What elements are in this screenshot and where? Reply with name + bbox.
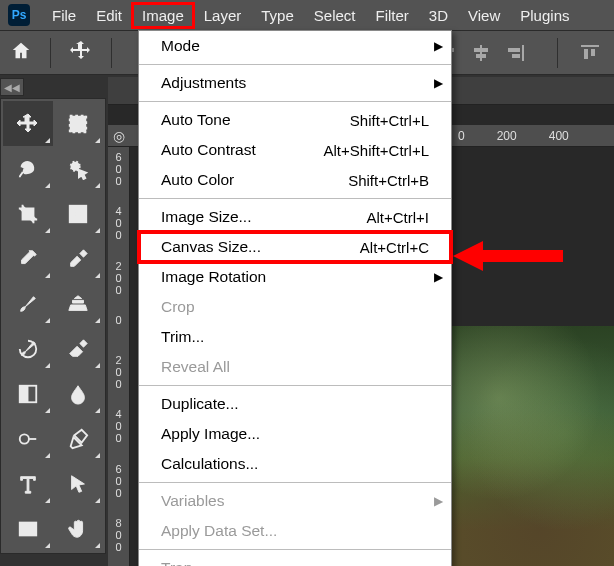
- align-top-button[interactable]: [576, 41, 604, 65]
- svg-rect-10: [584, 49, 588, 59]
- ps-logo-text: Ps: [12, 8, 27, 22]
- menu-item-trim[interactable]: Trim...: [139, 322, 451, 352]
- menu-3d[interactable]: 3D: [419, 3, 458, 28]
- menu-item-image-size[interactable]: Image Size...Alt+Ctrl+I: [139, 202, 451, 232]
- svg-marker-19: [453, 241, 563, 271]
- menu-separator: [139, 385, 451, 386]
- menu-view[interactable]: View: [458, 3, 510, 28]
- svg-rect-4: [474, 48, 488, 52]
- menu-item-reveal-all: Reveal All: [139, 352, 451, 382]
- menu-item-image-rotation[interactable]: Image Rotation▶: [139, 262, 451, 292]
- dodge-tool[interactable]: [3, 416, 53, 461]
- ruler-tick: 600: [115, 463, 121, 499]
- clone-stamp-tool[interactable]: [53, 281, 103, 326]
- marquee-tool[interactable]: [53, 101, 103, 146]
- menu-edit[interactable]: Edit: [86, 3, 132, 28]
- eraser-tool[interactable]: [53, 326, 103, 371]
- menu-item-apply-data-set: Apply Data Set...: [139, 516, 451, 546]
- document-image[interactable]: [449, 326, 614, 566]
- menu-separator: [139, 101, 451, 102]
- align-right-button[interactable]: [501, 41, 529, 65]
- path-selection-tool[interactable]: [53, 461, 103, 506]
- submenu-arrow-icon: ▶: [434, 494, 443, 508]
- menu-plugins[interactable]: Plugins: [510, 3, 579, 28]
- menu-item-crop: Crop: [139, 292, 451, 322]
- menu-item-variables: Variables▶: [139, 486, 451, 516]
- svg-point-17: [20, 434, 29, 443]
- gradient-tool[interactable]: [3, 371, 53, 416]
- home-button[interactable]: [10, 40, 32, 65]
- move-tool-indicator[interactable]: [69, 39, 93, 66]
- menu-item-mode[interactable]: Mode▶: [139, 31, 451, 61]
- menu-image[interactable]: Image: [132, 3, 194, 28]
- blur-tool[interactable]: [53, 371, 103, 416]
- healing-brush-tool[interactable]: [53, 236, 103, 281]
- menu-type[interactable]: Type: [251, 3, 304, 28]
- hand-tool[interactable]: [53, 506, 103, 551]
- svg-rect-5: [476, 54, 486, 58]
- menu-item-duplicate[interactable]: Duplicate...: [139, 389, 451, 419]
- separator: [50, 38, 51, 68]
- menu-item-trap: Trap...: [139, 553, 451, 566]
- submenu-arrow-icon: ▶: [434, 39, 443, 53]
- ruler-tick: 0: [458, 129, 465, 143]
- move-tool[interactable]: [3, 101, 53, 146]
- frame-tool[interactable]: [53, 191, 103, 236]
- ps-logo: Ps: [8, 4, 30, 26]
- panel-collapse-handle[interactable]: ◀◀: [0, 78, 24, 96]
- ruler-tick: 0: [115, 314, 121, 326]
- menu-select[interactable]: Select: [304, 3, 366, 28]
- tools-panel: [0, 98, 106, 554]
- menu-separator: [139, 549, 451, 550]
- submenu-arrow-icon: ▶: [434, 270, 443, 284]
- menu-item-adjustments[interactable]: Adjustments▶: [139, 68, 451, 98]
- svg-rect-9: [581, 45, 599, 47]
- ruler-tick: 600: [115, 151, 121, 187]
- menu-layer[interactable]: Layer: [194, 3, 252, 28]
- separator: [111, 38, 112, 68]
- quick-selection-tool[interactable]: [53, 146, 103, 191]
- separator: [557, 38, 558, 68]
- menu-item-apply-image[interactable]: Apply Image...: [139, 419, 451, 449]
- align-center-h-button[interactable]: [467, 41, 495, 65]
- menu-item-auto-tone[interactable]: Auto ToneShift+Ctrl+L: [139, 105, 451, 135]
- menu-item-calculations[interactable]: Calculations...: [139, 449, 451, 479]
- svg-rect-7: [508, 48, 520, 52]
- svg-rect-12: [70, 115, 87, 132]
- svg-rect-8: [512, 54, 520, 58]
- ruler-origin[interactable]: ◎: [108, 125, 130, 147]
- svg-rect-18: [20, 522, 37, 535]
- ruler-tick: 200: [497, 129, 517, 143]
- menu-file[interactable]: File: [42, 3, 86, 28]
- annotation-arrow-icon: [453, 236, 563, 276]
- svg-rect-11: [591, 49, 595, 56]
- crop-tool[interactable]: [3, 191, 53, 236]
- menubar: Ps File Edit Image Layer Type Select Fil…: [0, 0, 614, 30]
- ruler-tick: 800: [115, 517, 121, 553]
- image-menu-dropdown: Mode▶ Adjustments▶ Auto ToneShift+Ctrl+L…: [138, 30, 452, 566]
- svg-rect-6: [522, 45, 524, 61]
- submenu-arrow-icon: ▶: [434, 76, 443, 90]
- menu-item-canvas-size[interactable]: Canvas Size...Alt+Ctrl+C: [139, 232, 451, 262]
- rectangle-tool[interactable]: [3, 506, 53, 551]
- menu-item-auto-contrast[interactable]: Auto ContrastAlt+Shift+Ctrl+L: [139, 135, 451, 165]
- ruler-tick: 200: [115, 260, 121, 296]
- eyedropper-tool[interactable]: [3, 236, 53, 281]
- ruler-tick: 400: [549, 129, 569, 143]
- ruler-tick: 200: [115, 354, 121, 390]
- type-tool[interactable]: [3, 461, 53, 506]
- pen-tool[interactable]: [53, 416, 103, 461]
- svg-rect-16: [20, 385, 28, 402]
- svg-rect-3: [480, 45, 482, 61]
- menu-filter[interactable]: Filter: [366, 3, 419, 28]
- menu-item-auto-color[interactable]: Auto ColorShift+Ctrl+B: [139, 165, 451, 195]
- align-group-v: [576, 41, 604, 65]
- menu-separator: [139, 198, 451, 199]
- menu-separator: [139, 482, 451, 483]
- ruler-tick: 400: [115, 205, 121, 241]
- menu-separator: [139, 64, 451, 65]
- history-brush-tool[interactable]: [3, 326, 53, 371]
- brush-tool[interactable]: [3, 281, 53, 326]
- ruler-vertical[interactable]: 600 400 200 0 200 400 600 800: [108, 147, 130, 566]
- lasso-tool[interactable]: [3, 146, 53, 191]
